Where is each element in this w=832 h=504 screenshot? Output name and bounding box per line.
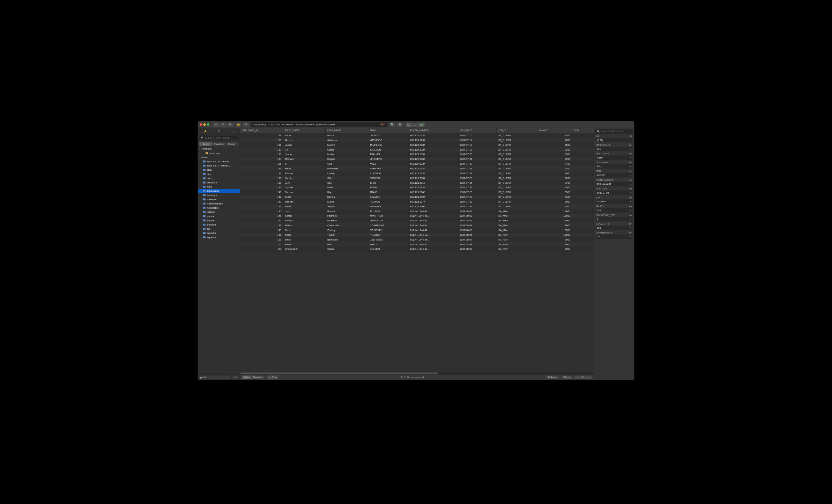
cell[interactable]: 1987-08-04	[458, 223, 496, 228]
cell[interactable]: Hall	[326, 242, 368, 246]
cell[interactable]	[572, 213, 594, 218]
cell[interactable]: Randall	[283, 199, 326, 204]
cell[interactable]: Laura	[283, 133, 326, 138]
field-value-input[interactable]: 650.123.2234▾	[596, 182, 632, 186]
cell[interactable]: 1987-07-16	[458, 133, 496, 138]
cell[interactable]: ST_CLERK	[496, 180, 537, 185]
cell[interactable]: Olsen	[326, 246, 368, 251]
cell[interactable]: ST_CLERK	[496, 194, 537, 200]
view-tab-structure[interactable]: Structure	[251, 375, 264, 379]
table-item[interactable]: partita	[198, 214, 240, 218]
table-item[interactable]: squadra	[198, 231, 240, 235]
cell[interactable]: James	[283, 142, 326, 147]
cell[interactable]: 1987-08-02	[458, 213, 496, 218]
field-value-input[interactable]: 0▾	[596, 217, 632, 221]
table-item[interactable]: lezione	[198, 210, 240, 214]
cell[interactable]: 1987-07-23	[458, 166, 496, 171]
cell[interactable]: PVARGAS	[368, 204, 408, 209]
cell[interactable]: 650.121.2034	[408, 176, 458, 180]
cell[interactable]: Joshua	[283, 185, 326, 190]
cell[interactable]: TJOLSON	[368, 147, 408, 152]
field-value-input[interactable]: (0,22)	[596, 138, 632, 142]
cell[interactable]: KPARTNER	[368, 213, 408, 218]
cell[interactable]: 146	[240, 213, 283, 218]
cancel-button[interactable]: ⊘	[213, 123, 220, 127]
cell[interactable]: 1987-07-25	[458, 176, 496, 180]
cell[interactable]: AERRAZUR	[368, 218, 408, 223]
cell[interactable]: 1987-07-24	[458, 171, 496, 176]
column-header[interactable]: LAST_NAME	[326, 128, 368, 133]
cell[interactable]: Stiles	[326, 176, 368, 180]
cell[interactable]	[572, 166, 594, 171]
cell[interactable]: 148	[240, 223, 283, 228]
cell[interactable]: 650.121.1234	[408, 171, 458, 176]
cell[interactable]	[572, 171, 594, 176]
cell[interactable]: 650.121.2004	[408, 204, 458, 209]
cell[interactable]: SA_REP	[496, 242, 537, 246]
field-value-input[interactable]: 50▾	[596, 235, 632, 239]
cell[interactable]: 650.127.1934	[408, 152, 458, 157]
cell[interactable]: 650.127.1734	[408, 161, 458, 166]
cell[interactable]: 011.44.1344.12…	[408, 232, 458, 237]
cell[interactable]: JAMRLOW	[368, 142, 408, 147]
add-item-button[interactable]: ＋ ▾	[231, 375, 239, 379]
cell[interactable]: 011.44.1344.46…	[408, 213, 458, 218]
table-row[interactable]: 141TrennaRajsTRAJS650.121.80091987-07-28…	[240, 190, 594, 194]
cell[interactable]: 011.44.1344.34…	[408, 237, 458, 242]
cell[interactable]: 1987-08-03	[458, 218, 496, 223]
cell[interactable]: 2500	[537, 185, 572, 190]
column-header[interactable]: COM	[572, 128, 594, 133]
columns-button[interactable]: Columns	[546, 375, 560, 379]
table-row[interactable]: 151DavidBernsteinDBERNSTE011.44.1344.34……	[240, 237, 594, 242]
cell[interactable]: Olson	[326, 147, 368, 152]
cell[interactable]: Ki	[283, 161, 326, 166]
cell[interactable]: 1987-07-18	[458, 142, 496, 147]
cell[interactable]: Renske	[283, 171, 326, 176]
data-grid[interactable]: EMPLOYEE_IDFIRST_NAMELAST_NAMEEMAILPHONE…	[240, 128, 594, 374]
table-row[interactable]: 149EleniZlotkeyEZLOTKEY011.44.1344.42…19…	[240, 228, 594, 233]
cell[interactable]: 150	[240, 232, 283, 237]
table-item[interactable]: citta	[198, 168, 240, 172]
cell[interactable]: Curtis	[283, 194, 326, 200]
cell[interactable]: 153	[240, 246, 283, 251]
cell[interactable]: 011.44.1344.42…	[408, 218, 458, 223]
cell[interactable]: Cambrault	[326, 223, 368, 228]
cell[interactable]: 011.44.1344.47…	[408, 242, 458, 246]
cell[interactable]: 1987-07-26	[458, 180, 496, 185]
cell[interactable]: 129	[240, 133, 283, 138]
cell[interactable]: 10500	[537, 228, 572, 233]
prev-page-button[interactable]: ‹	[574, 375, 580, 379]
cell[interactable]: 1987-07-28	[458, 190, 496, 194]
cell[interactable]	[572, 176, 594, 180]
cell[interactable]	[572, 228, 594, 233]
cell[interactable]: ST_CLERK	[496, 157, 537, 161]
cell[interactable]: Peter	[283, 204, 326, 209]
cell[interactable]: Eleni	[283, 228, 326, 233]
table-row[interactable]: 129LauraBissotLBISSOT650.124.52341987-07…	[240, 133, 594, 138]
table-row[interactable]: 147AlbertoErrazurizAERRAZUR011.44.1344.4…	[240, 218, 594, 223]
cell[interactable]: Gee	[326, 161, 368, 166]
cell[interactable]: 3100	[537, 194, 572, 200]
cell[interactable]: Jason	[283, 152, 326, 157]
column-header[interactable]: HIRE_DATE	[458, 128, 496, 133]
cell[interactable]: 1987-07-29	[458, 194, 496, 200]
cell[interactable]: 139	[240, 180, 283, 185]
cell[interactable]: 140	[240, 185, 283, 190]
cell[interactable]	[572, 161, 594, 166]
column-header[interactable]: EMAIL	[368, 128, 408, 133]
cell[interactable]: 143	[240, 199, 283, 204]
cell[interactable]: Philtanker	[326, 166, 368, 171]
table-item[interactable]: sql	[198, 227, 240, 231]
cell[interactable]: 2900	[537, 157, 572, 161]
table-item[interactable]: corso	[198, 176, 240, 180]
cell[interactable]: 145	[240, 209, 283, 213]
cell[interactable]: 1987-07-21	[458, 157, 496, 161]
schema-selector[interactable]: public ⇅	[199, 375, 230, 379]
cell[interactable]	[572, 133, 594, 138]
cell[interactable]: 133	[240, 152, 283, 157]
cell[interactable]: 135	[240, 161, 283, 166]
cell[interactable]: 2500	[537, 142, 572, 147]
horizontal-scrollbar[interactable]	[240, 372, 594, 375]
database-tab-icon[interactable]: 🗄	[218, 130, 221, 133]
cell[interactable]: 650.124.5234	[408, 133, 458, 138]
